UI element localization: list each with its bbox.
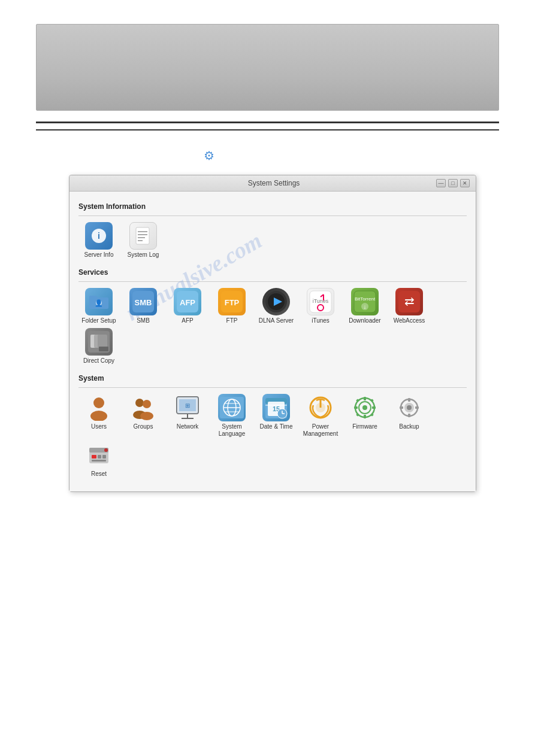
- groups-icon: [129, 394, 157, 421]
- power-management-label: Power Management: [300, 423, 341, 438]
- icon-item-system-log[interactable]: System Log: [123, 222, 164, 259]
- server-info-icon: i: [85, 222, 113, 250]
- firmware-label: Firmware: [352, 423, 377, 430]
- system-log-label: System Log: [128, 251, 159, 259]
- svg-text:AFP: AFP: [180, 298, 195, 307]
- window-title: System Settings: [111, 179, 436, 187]
- system-language-icon: [218, 394, 246, 421]
- icon-item-backup[interactable]: Backup: [389, 394, 430, 438]
- icon-item-system-language[interactable]: System Language: [211, 394, 252, 438]
- icon-item-direct-copy[interactable]: Direct Copy: [78, 328, 119, 365]
- date-time-icon: 15: [262, 394, 290, 421]
- icon-item-smb[interactable]: SMB SMB: [123, 288, 164, 324]
- section-divider-system-info: [78, 215, 467, 216]
- folder-setup-label: Folder Setup: [81, 317, 116, 324]
- section-header-system-info: System Information: [78, 202, 467, 211]
- svg-rect-84: [98, 455, 101, 459]
- svg-rect-4: [138, 234, 147, 235]
- minimize-button[interactable]: —: [436, 179, 446, 187]
- svg-rect-2: [136, 227, 149, 244]
- icon-item-power-management[interactable]: Power Management: [300, 394, 341, 438]
- svg-text:⇄: ⇄: [404, 294, 415, 308]
- icon-item-dlna[interactable]: DLNA Server: [256, 288, 297, 324]
- svg-rect-3: [138, 231, 147, 232]
- svg-rect-34: [99, 347, 108, 351]
- svg-point-39: [143, 400, 151, 408]
- divider-thin: [36, 129, 499, 130]
- icon-item-afp[interactable]: AFP AFP: [167, 288, 208, 324]
- svg-rect-83: [92, 455, 96, 459]
- firmware-icon: [351, 394, 379, 421]
- svg-text:↓: ↓: [364, 303, 367, 310]
- icon-item-users[interactable]: Users: [78, 394, 119, 438]
- direct-copy-label: Direct Copy: [83, 357, 114, 365]
- icon-item-firmware[interactable]: Firmware: [344, 394, 385, 438]
- svg-rect-67: [364, 415, 366, 418]
- system-grid: Users Groups: [78, 394, 467, 482]
- svg-text:BitTorrent: BitTorrent: [355, 296, 376, 302]
- svg-text:FTP: FTP: [225, 298, 240, 307]
- svg-point-36: [90, 411, 107, 421]
- icon-item-downloader[interactable]: BitTorrent ↓ Downloader: [344, 288, 385, 324]
- header-banner: [36, 24, 499, 111]
- afp-label: AFP: [182, 317, 193, 324]
- icon-item-webaccess[interactable]: ⇄ WebAccess: [389, 288, 430, 324]
- dlna-icon: [262, 288, 290, 315]
- direct-copy-icon: [85, 328, 113, 356]
- reset-label: Reset: [91, 470, 107, 478]
- svg-text:⊞: ⊞: [185, 402, 190, 409]
- ftp-label: FTP: [226, 317, 238, 324]
- svg-point-65: [362, 405, 367, 410]
- svg-text:iTunes: iTunes: [313, 298, 329, 304]
- window-controls: — □ ✕: [436, 179, 470, 187]
- svg-rect-78: [408, 414, 410, 417]
- section-divider-services: [78, 281, 467, 282]
- icon-item-server-info[interactable]: i Server Info: [78, 222, 119, 259]
- icon-item-itunes[interactable]: iTunes iTunes: [300, 288, 341, 324]
- power-management-icon: [307, 394, 334, 421]
- section-divider-system: [78, 387, 467, 388]
- icon-item-ftp[interactable]: FTP FTP: [211, 288, 252, 324]
- maximize-button[interactable]: □: [448, 179, 458, 187]
- svg-point-62: [316, 403, 325, 412]
- downloader-label: Downloader: [349, 317, 380, 324]
- users-icon: [85, 394, 113, 421]
- svg-rect-66: [364, 397, 366, 400]
- section-header-system: System: [78, 374, 467, 382]
- webaccess-label: WebAccess: [394, 317, 425, 324]
- users-label: Users: [91, 423, 107, 430]
- close-button[interactable]: ✕: [460, 179, 470, 187]
- svg-rect-68: [354, 406, 358, 409]
- gear-area: ⚙: [36, 148, 499, 163]
- svg-rect-79: [400, 406, 403, 409]
- icon-item-folder-setup[interactable]: 👤 Folder Setup: [78, 288, 119, 324]
- backup-icon: [395, 394, 423, 421]
- ftp-icon: FTP: [218, 288, 246, 315]
- backup-label: Backup: [399, 423, 419, 430]
- network-label: Network: [177, 423, 199, 430]
- smb-label: SMB: [137, 317, 150, 324]
- svg-rect-86: [92, 460, 106, 462]
- settings-window: System Settings — □ ✕ manualsive.com Sys…: [69, 175, 476, 492]
- svg-text:SMB: SMB: [135, 298, 152, 307]
- svg-rect-85: [102, 455, 106, 459]
- system-info-grid: i Server Info System Log: [78, 222, 467, 263]
- services-grid: 👤 Folder Setup SMB SMB: [78, 288, 467, 369]
- icon-item-reset[interactable]: Reset: [78, 441, 119, 478]
- network-icon: ⊞: [174, 394, 201, 421]
- gear-icon: ⚙: [204, 148, 214, 163]
- itunes-icon: iTunes: [307, 288, 334, 315]
- icon-item-network[interactable]: ⊞ Network: [167, 394, 208, 438]
- icon-item-groups[interactable]: Groups: [123, 394, 164, 438]
- afp-icon: AFP: [174, 288, 201, 315]
- dlna-label: DLNA Server: [259, 317, 294, 324]
- svg-point-87: [104, 448, 108, 452]
- downloader-icon: BitTorrent ↓: [351, 288, 379, 315]
- date-time-label: Date & Time: [259, 423, 292, 430]
- divider-thick: [36, 122, 499, 123]
- folder-setup-icon: 👤: [85, 288, 113, 315]
- system-log-icon: [129, 222, 157, 250]
- icon-item-date-time[interactable]: 15 Date & Time: [256, 394, 297, 438]
- server-info-label: Server Info: [84, 251, 114, 259]
- system-language-label: System Language: [211, 423, 252, 438]
